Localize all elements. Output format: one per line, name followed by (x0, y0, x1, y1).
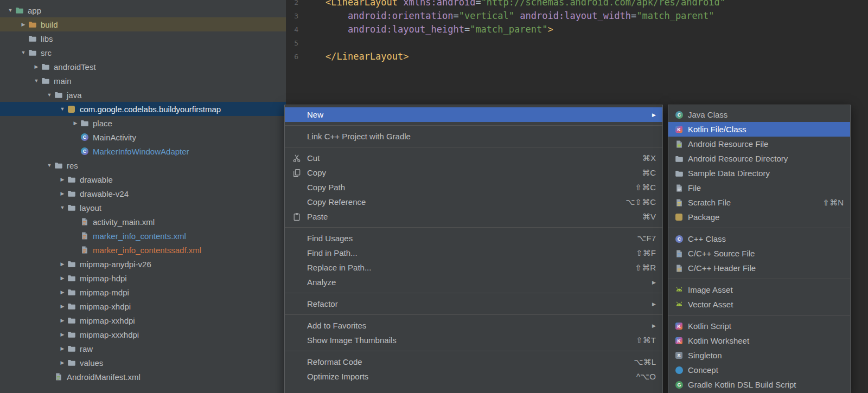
tree-item-java[interactable]: ▼java (0, 88, 286, 102)
tree-item-mipmap-xxxhdpi[interactable]: ▶mipmap-xxxhdpi (0, 327, 286, 342)
tree-item-com-google-codelabs-buildyourfirstmap[interactable]: ▼com.google.codelabs.buildyourfirstmap (0, 102, 286, 116)
expand-arrow-icon[interactable]: ▶ (31, 64, 41, 69)
menu-item-show-image-thumbnails[interactable]: Show Image Thumbnails⇧⌘T (285, 333, 662, 347)
expand-arrow-icon[interactable]: ▶ (58, 289, 67, 295)
menu-item-kotlin-file-class[interactable]: KKotlin File/Class (668, 122, 850, 137)
tree-item-marker-info-contentssadf-xml[interactable]: marker_info_contentssadf.xml (0, 243, 286, 257)
menu-item-image-asset[interactable]: Image Asset (668, 282, 850, 297)
tree-item-mipmap-anydpi-v26[interactable]: ▶mipmap-anydpi-v26 (0, 257, 286, 271)
menu-item-singleton[interactable]: SSingleton (668, 348, 850, 363)
tree-item-raw[interactable]: ▶raw (0, 342, 286, 356)
menu-item-c-class[interactable]: CC++ Class (668, 231, 850, 246)
collapse-arrow-icon[interactable]: ▼ (44, 163, 54, 168)
folder-icon (67, 358, 76, 367)
menu-item-refactor[interactable]: Refactor▶ (285, 297, 662, 311)
menu-item-analyze[interactable]: Analyze▶ (285, 275, 662, 289)
folder-icon (54, 91, 63, 99)
expand-arrow-icon[interactable]: ▶ (18, 22, 28, 27)
menu-item-cut[interactable]: Cut⌘X (285, 151, 662, 165)
line-number: 2 (286, 0, 298, 9)
tree-item-mipmap-xxhdpi[interactable]: ▶mipmap-xxhdpi (0, 313, 286, 327)
tree-item-mipmap-mdpi[interactable]: ▶mipmap-mdpi (0, 285, 286, 299)
expand-arrow-icon[interactable]: ▶ (58, 318, 67, 323)
menu-item-android-resource-directory[interactable]: Android Resource Directory (668, 151, 850, 166)
collapse-arrow-icon[interactable]: ▼ (58, 106, 67, 112)
menu-item-reformat-code[interactable]: Reformat Code⌥⌘L (285, 355, 662, 369)
android-resource-file-icon-slot (675, 140, 688, 149)
file-icon-slot (675, 184, 688, 192)
menu-item-copy-path[interactable]: Copy Path⇧⌘C (285, 180, 662, 195)
expand-arrow-icon[interactable]: ▶ (58, 304, 67, 309)
menu-item-link-c-project-with-gradle[interactable]: Link C++ Project with Gradle (285, 129, 662, 144)
image-asset-icon (675, 286, 684, 294)
collapse-arrow-icon[interactable]: ▼ (44, 92, 54, 98)
folder-icon (67, 316, 76, 325)
code-line: 2<LinearLayout xmlns:android="http://sch… (286, 0, 725, 9)
menu-item-find-in-path[interactable]: Find in Path...⇧⌘F (285, 246, 662, 260)
tree-item-mipmap-xhdpi[interactable]: ▶mipmap-xhdpi (0, 299, 286, 313)
menu-item-label: Image Asset (688, 285, 831, 294)
expand-arrow-icon[interactable]: ▶ (58, 332, 67, 337)
menu-item-c-c-header-file[interactable]: C/C++ Header File (668, 261, 850, 275)
menu-item-android-resource-file[interactable]: Android Resource File (668, 137, 850, 151)
tree-item-activity-main-xml[interactable]: activity_main.xml (0, 215, 286, 229)
menu-item-c-c-source-file[interactable]: C/C++ Source File (668, 246, 850, 261)
tree-item-values[interactable]: ▶values (0, 356, 286, 370)
tree-item-src[interactable]: ▼src (0, 46, 286, 60)
menu-shortcut: ⇧⌘N (823, 198, 844, 208)
menu-item-package[interactable]: Package (668, 210, 850, 224)
menu-item-kotlin-worksheet[interactable]: KKotlin Worksheet (668, 333, 850, 348)
tree-item-main[interactable]: ▼main (0, 74, 286, 88)
menu-item-copy[interactable]: Copy⌘C (285, 165, 662, 180)
tree-item-drawable-v24[interactable]: ▶drawable-v24 (0, 186, 286, 201)
tree-item-label: main (54, 76, 72, 86)
menu-item-add-to-favorites[interactable]: Add to Favorites▶ (285, 318, 662, 333)
menu-item-file[interactable]: File (668, 181, 850, 195)
menu-item-find-usages[interactable]: Find Usages⌥F7 (285, 231, 662, 246)
tree-item-drawable[interactable]: ▶drawable (0, 172, 286, 186)
menu-item-optimize-imports[interactable]: Optimize Imports^⌥O (285, 369, 662, 384)
tree-item-mainactivity[interactable]: CMainActivity (0, 130, 286, 144)
expand-arrow-icon[interactable]: ▶ (58, 275, 67, 281)
java-class-icon-slot: C (675, 111, 688, 119)
tree-item-res[interactable]: ▼res (0, 158, 286, 172)
menu-item-concept[interactable]: Concept (668, 363, 850, 377)
menu-shortcut: ⇧⌘R (635, 263, 656, 273)
expand-arrow-icon[interactable]: ▶ (58, 261, 67, 267)
tree-item-marker-info-contents-xml[interactable]: marker_info_contents.xml (0, 229, 286, 243)
menu-item-vector-asset[interactable]: Vector Asset (668, 297, 850, 312)
menu-item-gradle-kotlin-dsl-build-script[interactable]: GGradle Kotlin DSL Build Script (668, 377, 850, 392)
menu-item-kotlin-script[interactable]: KKotlin Script (668, 319, 850, 333)
menu-item-replace-in-path[interactable]: Replace in Path...⇧⌘R (285, 260, 662, 275)
menu-item-paste[interactable]: Paste⌘V (285, 209, 662, 224)
tree-item-markerinfowindowadapter[interactable]: CMarkerInfoWindowAdapter (0, 144, 286, 158)
menu-item-sample-data-directory[interactable]: Sample Data Directory (668, 166, 850, 181)
expand-arrow-icon[interactable]: ▶ (58, 360, 67, 365)
tree-item-build[interactable]: ▶build (0, 17, 286, 31)
collapse-arrow-icon[interactable]: ▼ (58, 205, 67, 210)
code-token: android:layout_height (348, 24, 464, 35)
tree-item-androidmanifest-xml[interactable]: AndroidManifest.xml (0, 370, 286, 384)
tree-item-place[interactable]: ▶place (0, 116, 286, 130)
collapse-arrow-icon[interactable]: ▼ (31, 78, 41, 83)
expand-arrow-icon[interactable]: ▶ (58, 191, 67, 196)
layout-xml-icon (80, 231, 89, 240)
expand-arrow-icon[interactable]: ▶ (58, 177, 67, 182)
menu-item-label: Cut (307, 153, 629, 163)
tree-item-app[interactable]: ▼app (0, 3, 286, 17)
menu-item-new[interactable]: New▶ (285, 107, 662, 122)
tree-item-androidtest[interactable]: ▶androidTest (0, 60, 286, 74)
menu-item-scratch-file[interactable]: Scratch File⇧⌘N (668, 195, 850, 210)
concept-icon-slot (675, 366, 688, 374)
expand-arrow-icon[interactable]: ▶ (71, 120, 80, 126)
tree-item-label: mipmap-mdpi (80, 288, 129, 297)
tree-item-layout[interactable]: ▼layout (0, 201, 286, 215)
menu-item-copy-reference[interactable]: Copy Reference⌥⇧⌘C (285, 195, 662, 209)
collapse-arrow-icon[interactable]: ▼ (18, 50, 28, 55)
package-icon (68, 106, 75, 113)
expand-arrow-icon[interactable]: ▶ (58, 346, 67, 351)
tree-item-libs[interactable]: libs (0, 31, 286, 46)
collapse-arrow-icon[interactable]: ▼ (5, 8, 15, 13)
menu-item-java-class[interactable]: CJava Class (668, 107, 850, 122)
tree-item-mipmap-hdpi[interactable]: ▶mipmap-hdpi (0, 271, 286, 285)
